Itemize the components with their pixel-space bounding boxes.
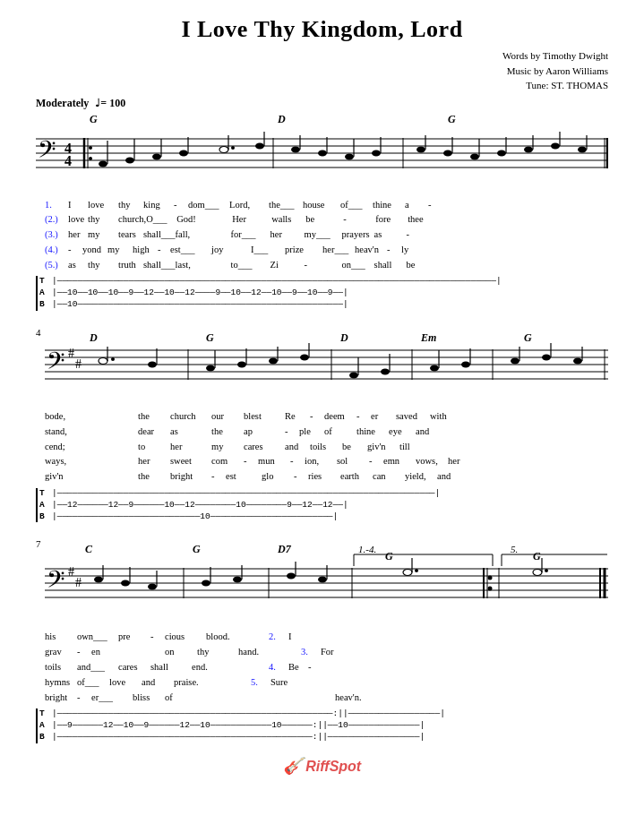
credits: Words by Timothy Dwight Music by Aaron W…	[36, 48, 608, 93]
svg-text:G: G	[193, 543, 201, 555]
svg-point-83	[349, 372, 358, 378]
tab-section-1: T |—————————————————————————————————————…	[36, 276, 608, 310]
svg-point-40	[443, 150, 452, 156]
svg-point-68	[99, 357, 107, 364]
svg-point-123	[121, 580, 130, 587]
svg-point-130	[233, 577, 242, 583]
svg-text:#: #	[75, 576, 82, 589]
music-credit: Music by Aaron Williams	[36, 64, 608, 79]
lyric-line-3-4: hymns of___ love and praise. 5. Sure	[45, 675, 608, 691]
lyric-line-2: (2.) love thy church, O___ God! Her wall…	[45, 212, 608, 228]
section-2: 4 D G D Em G 𝄢 # #	[36, 323, 608, 522]
svg-point-44	[497, 150, 506, 156]
staff-svg-3: 7 C G D7 1.-4. G 5. G	[36, 535, 608, 624]
svg-point-33	[345, 153, 354, 159]
riffspot-logo: 🎸 RiffSpot	[36, 756, 608, 776]
svg-point-80	[300, 354, 309, 360]
page: I Love Thy Kingdom, Lord Words by Timoth…	[0, 0, 644, 833]
svg-point-21	[179, 150, 188, 156]
section-1: Moderately ♩= 100 G D G 𝄢 4 4	[36, 97, 608, 311]
svg-text:𝄢: 𝄢	[47, 348, 65, 380]
riffspot-icon: 🎸	[283, 757, 303, 775]
svg-point-13	[89, 146, 92, 150]
lyric-line-2-1: bode, the church our blest Re - deem - e…	[45, 409, 608, 425]
svg-text:G: G	[533, 550, 541, 562]
svg-point-138	[403, 570, 412, 576]
svg-point-42	[470, 153, 479, 159]
svg-point-26	[255, 142, 264, 149]
lyric-line-2-3: cend; to her my cares and toils be giv'n…	[45, 440, 608, 455]
lyric-line-2-4: ways, her sweet com - mun - ion, sol - e…	[45, 454, 608, 469]
lyric-line-3: (3.) her my tears shall___ fall, for___ …	[45, 228, 608, 243]
section-3: 7 C G D7 1.-4. G 5. G	[36, 535, 608, 743]
svg-text:#: #	[68, 565, 74, 579]
tempo-marking: Moderately ♩= 100	[36, 97, 608, 110]
svg-point-35	[372, 150, 381, 156]
lyric-line-1: 1. I love thy king - dom___ Lord, the___…	[45, 198, 608, 213]
svg-text:G: G	[90, 113, 98, 125]
svg-point-135	[318, 577, 327, 583]
svg-point-148	[545, 569, 548, 572]
svg-text:4: 4	[36, 327, 41, 338]
svg-point-29	[291, 146, 300, 152]
tab-section-2: T |—————————————————————————————————————…	[36, 488, 608, 522]
lyrics-section-2: bode, the church our blest Re - deem - e…	[36, 409, 608, 485]
tune-credit: Tune: ST. THOMAS	[36, 78, 608, 93]
svg-point-144	[488, 587, 493, 591]
svg-text:7: 7	[36, 538, 41, 549]
words-credit: Words by Timothy Dwight	[36, 48, 608, 64]
svg-point-15	[99, 160, 107, 167]
svg-point-95	[542, 354, 551, 360]
svg-text:5.: 5.	[511, 544, 518, 554]
svg-text:G: G	[385, 550, 393, 562]
svg-text:#: #	[68, 347, 74, 360]
svg-point-97	[573, 357, 582, 364]
page-title: I Love Thy Kingdom, Lord	[36, 16, 608, 43]
svg-text:#: #	[75, 357, 82, 371]
staff-section-2: 4 D G D Em G 𝄢 # #	[36, 323, 608, 408]
lyric-line-3-3: toils and___ cares shall end. 4. Be -	[45, 660, 608, 675]
lyric-line-2-2: stand, dear as the ap - ple of thine eye…	[45, 425, 608, 440]
svg-text:G: G	[448, 113, 456, 125]
svg-point-90	[461, 361, 470, 367]
svg-text:G: G	[524, 331, 532, 344]
svg-text:D: D	[89, 331, 98, 344]
svg-point-93	[511, 357, 519, 364]
staff-section-1: G D G 𝄢 4 4	[36, 112, 608, 196]
svg-point-78	[269, 357, 278, 364]
svg-point-70	[111, 357, 115, 361]
svg-point-125	[148, 584, 157, 590]
svg-point-46	[524, 146, 533, 152]
staff-section-3: 7 C G D7 1.-4. G 5. G	[36, 535, 608, 628]
svg-point-71	[148, 361, 157, 367]
lyric-line-5: (5.) as thy truth shall___ last, to___ Z…	[45, 258, 608, 273]
lyrics-section-3: his own___ pre - cious blood. 2. I grav …	[36, 630, 608, 705]
svg-point-19	[152, 153, 161, 159]
lyric-line-3-1: his own___ pre - cious blood. 2. I	[45, 630, 608, 645]
svg-point-140	[415, 569, 418, 572]
svg-text:D7: D7	[277, 543, 292, 555]
lyric-line-3-5: bright - er___ bliss of heav'n.	[45, 691, 608, 706]
lyric-line-3-2: grav - en on thy hand. 3. For	[45, 645, 608, 660]
svg-text:4: 4	[64, 153, 72, 168]
svg-text:D: D	[339, 331, 348, 344]
svg-point-143	[488, 576, 493, 580]
svg-point-128	[202, 580, 210, 587]
tab-section-3: T |—————————————————————————————————————…	[36, 708, 608, 743]
lyric-line-2-5: giv'n the bright - est glo - ries earth …	[45, 469, 608, 485]
svg-text:G: G	[206, 331, 214, 344]
svg-point-25	[231, 146, 235, 150]
svg-point-17	[125, 157, 134, 163]
svg-point-14	[89, 157, 92, 160]
svg-text:Em: Em	[420, 331, 436, 344]
svg-text:D: D	[277, 113, 286, 125]
svg-point-85	[381, 368, 390, 374]
svg-point-121	[94, 577, 103, 583]
svg-text:C: C	[85, 543, 93, 555]
staff-svg-2: 4 D G D Em G 𝄢 # #	[36, 323, 608, 404]
svg-point-23	[219, 146, 228, 152]
lyrics-section-1: 1. I love thy king - dom___ Lord, the___…	[36, 198, 608, 273]
riffspot-name: RiffSpot	[305, 759, 361, 774]
svg-point-31	[318, 150, 327, 156]
svg-point-88	[430, 365, 439, 371]
